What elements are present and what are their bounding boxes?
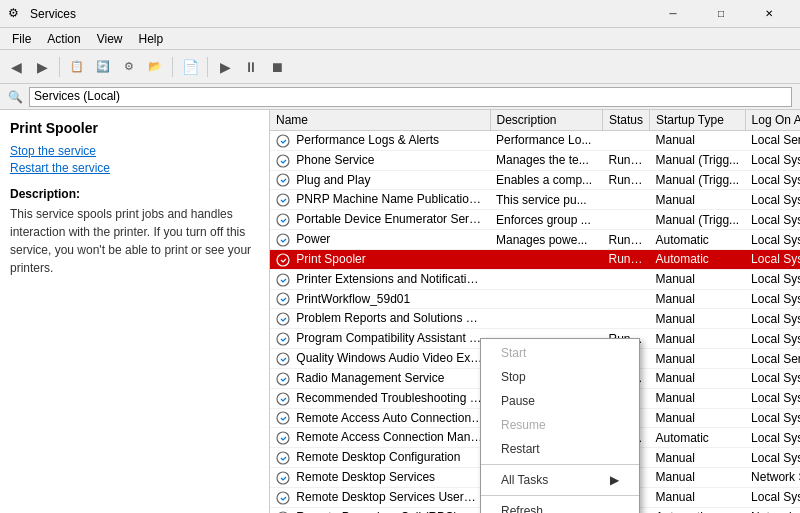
service-desc: Performance Lo... xyxy=(490,131,602,151)
restart-service-link[interactable]: Restart the service xyxy=(10,161,259,175)
toolbar-separator-3 xyxy=(207,57,208,77)
stop-button[interactable]: ⏹ xyxy=(265,55,289,79)
pause-button[interactable]: ⏸ xyxy=(239,55,263,79)
toolbar-separator-2 xyxy=(172,57,173,77)
svg-point-7 xyxy=(277,274,289,286)
table-row[interactable]: Plug and Play Enables a comp... Running … xyxy=(270,170,800,190)
table-row[interactable]: Performance Logs & Alerts Performance Lo… xyxy=(270,131,800,151)
service-name: Phone Service xyxy=(296,153,374,167)
table-row[interactable]: Printer Extensions and Notifications Man… xyxy=(270,269,800,289)
service-logon: Local System xyxy=(745,170,800,190)
col-header-status[interactable]: Status xyxy=(602,110,649,131)
service-icon xyxy=(276,392,290,406)
table-row[interactable]: PNRP Machine Name Publication Service Th… xyxy=(270,190,800,210)
service-startup: Manual xyxy=(650,349,746,369)
toolbar-btn-3[interactable]: ⚙ xyxy=(117,55,141,79)
new-log-button[interactable]: 📄 xyxy=(178,55,202,79)
svg-point-5 xyxy=(277,234,289,246)
table-row[interactable]: Problem Reports and Solutions Contr... M… xyxy=(270,309,800,329)
service-status xyxy=(602,289,649,309)
toolbar-btn-4[interactable]: 📂 xyxy=(143,55,167,79)
table-row[interactable]: Print Spooler Running Automatic Local Sy… xyxy=(270,249,800,269)
col-header-name[interactable]: Name xyxy=(270,110,490,131)
service-startup: Automatic xyxy=(650,507,746,513)
maximize-button[interactable]: □ xyxy=(698,0,744,28)
service-icon xyxy=(276,233,290,247)
address-bar: 🔍 Services (Local) xyxy=(0,84,800,110)
service-icon xyxy=(276,491,290,505)
service-status: Running xyxy=(602,230,649,250)
service-logon: Local Service xyxy=(745,349,800,369)
toolbar-separator-1 xyxy=(59,57,60,77)
menu-file[interactable]: File xyxy=(4,30,39,48)
svg-point-18 xyxy=(277,492,289,504)
context-menu-item[interactable]: Stop xyxy=(481,365,639,389)
service-desc xyxy=(490,249,602,269)
service-logon: Local System xyxy=(745,269,800,289)
back-button[interactable]: ◀ xyxy=(4,55,28,79)
context-menu-item[interactable]: All Tasks▶ xyxy=(481,468,639,492)
context-menu-item[interactable]: Resume xyxy=(481,413,639,437)
minimize-button[interactable]: ─ xyxy=(650,0,696,28)
menu-action[interactable]: Action xyxy=(39,30,88,48)
menu-bar: File Action View Help xyxy=(0,28,800,50)
service-startup: Manual xyxy=(650,289,746,309)
context-menu-item[interactable]: Restart xyxy=(481,437,639,461)
col-header-desc[interactable]: Description xyxy=(490,110,602,131)
toolbar-btn-2[interactable]: 🔄 xyxy=(91,55,115,79)
col-header-startup[interactable]: Startup Type xyxy=(650,110,746,131)
forward-button[interactable]: ▶ xyxy=(30,55,54,79)
service-startup: Manual xyxy=(650,487,746,507)
service-desc: This service pu... xyxy=(490,190,602,210)
title-bar: ⚙ Services ─ □ ✕ xyxy=(0,0,800,28)
service-name: Radio Management Service xyxy=(296,371,444,385)
context-menu-item[interactable]: Start xyxy=(481,341,639,365)
show-hide-button[interactable]: 📋 xyxy=(65,55,89,79)
main-layout: Print Spooler Stop the service Restart t… xyxy=(0,110,800,513)
svg-point-14 xyxy=(277,412,289,424)
service-name: Remote Desktop Services xyxy=(296,470,435,484)
service-name: Performance Logs & Alerts xyxy=(296,133,439,147)
svg-point-0 xyxy=(277,135,289,147)
service-status: Running xyxy=(602,150,649,170)
col-header-logon[interactable]: Log On As xyxy=(745,110,800,131)
table-row[interactable]: PrintWorkflow_59d01 Manual Local System xyxy=(270,289,800,309)
stop-service-link[interactable]: Stop the service xyxy=(10,144,259,158)
service-icon xyxy=(276,134,290,148)
close-button[interactable]: ✕ xyxy=(746,0,792,28)
service-logon: Local Service xyxy=(745,131,800,151)
service-icon xyxy=(276,372,290,386)
service-name: Problem Reports and Solutions Contr... xyxy=(296,311,490,325)
service-name: Remote Desktop Configuration xyxy=(296,450,460,464)
menu-view[interactable]: View xyxy=(89,30,131,48)
context-menu-separator xyxy=(481,495,639,496)
service-logon: Local System xyxy=(745,309,800,329)
service-startup: Manual (Trigg... xyxy=(650,150,746,170)
service-desc xyxy=(490,269,602,289)
context-menu: StartStopPauseResumeRestartAll Tasks▶Ref… xyxy=(480,338,640,513)
service-logon: Local System xyxy=(745,150,800,170)
table-header: Name Description Status Startup Type Log… xyxy=(270,110,800,131)
service-logon: Local System xyxy=(745,388,800,408)
svg-point-11 xyxy=(277,353,289,365)
context-menu-item[interactable]: Pause xyxy=(481,389,639,413)
service-icon xyxy=(276,411,290,425)
service-logon: Network Se... xyxy=(745,507,800,513)
svg-point-9 xyxy=(277,313,289,325)
service-status xyxy=(602,131,649,151)
menu-help[interactable]: Help xyxy=(131,30,172,48)
table-row[interactable]: Portable Device Enumerator Service Enfor… xyxy=(270,210,800,230)
service-startup: Automatic xyxy=(650,230,746,250)
context-menu-item[interactable]: Refresh xyxy=(481,499,639,513)
title-bar-controls: ─ □ ✕ xyxy=(650,0,792,28)
service-startup: Automatic xyxy=(650,249,746,269)
service-startup: Manual xyxy=(650,329,746,349)
table-row[interactable]: Phone Service Manages the te... Running … xyxy=(270,150,800,170)
service-name: Program Compatibility Assistant Servi... xyxy=(296,331,490,345)
svg-point-15 xyxy=(277,432,289,444)
table-row[interactable]: Power Manages powe... Running Automatic … xyxy=(270,230,800,250)
service-name: PrintWorkflow_59d01 xyxy=(296,292,410,306)
play-button[interactable]: ▶ xyxy=(213,55,237,79)
service-logon: Local System xyxy=(745,368,800,388)
toolbar: ◀ ▶ 📋 🔄 ⚙ 📂 📄 ▶ ⏸ ⏹ xyxy=(0,50,800,84)
